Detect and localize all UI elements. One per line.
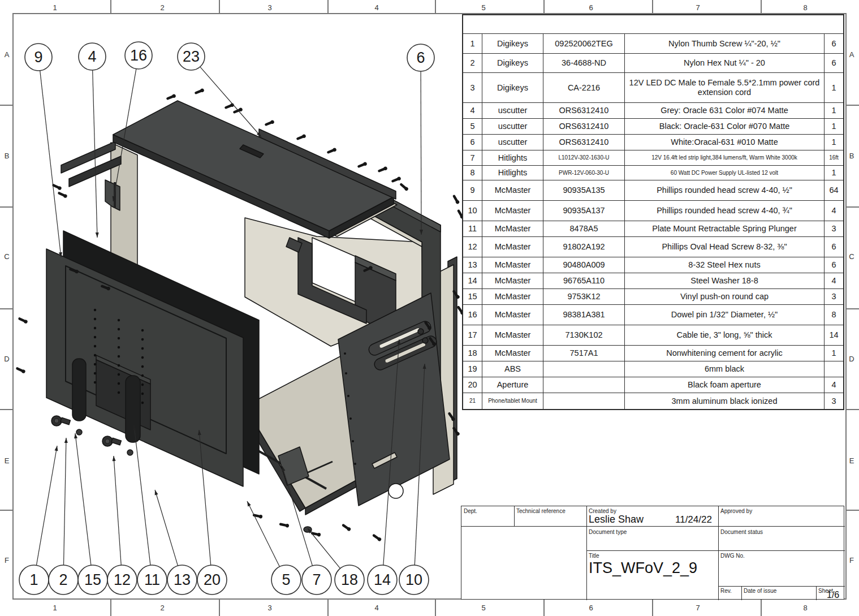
zone-col-label-bottom: 6 [589, 604, 593, 612]
dept-label: Dept. [464, 508, 477, 514]
zone-col-label-top: 6 [589, 3, 593, 12]
bom-row-item-13: 13McMaster90480A0098-32 Steel Hex nuts6 [463, 257, 843, 273]
bom-row-item-6: 6uscutterORS6312410White:Oracal-631 #010… [463, 135, 843, 150]
bom-cell-qty: 16ft [825, 150, 843, 165]
bom-cell-part: 9753K12 [543, 289, 625, 304]
bom-cell-vendor: McMaster [482, 273, 543, 288]
bom-cell-qty: 1 [825, 135, 843, 150]
zone-row-label-right: D [849, 355, 854, 363]
zone-tick [327, 600, 329, 616]
zone-tick [435, 600, 436, 616]
bom-cell-vendor: McMaster [482, 305, 543, 325]
zone-tick [0, 206, 12, 208]
bom-cell-desc: Plate Mount Retractable Spring Plunger [625, 221, 825, 236]
bom-cell-vendor: Hitlights [482, 166, 543, 180]
bom-cell-desc: 60 Watt DC Power Supply UL-listed 12 vol… [625, 166, 825, 180]
bom-cell-desc: 12V 16.4ft led strip light,384 lumens/ft… [625, 150, 825, 165]
zone-tick [110, 600, 111, 616]
bom-cell-desc: Black foam aperture [625, 377, 825, 393]
bom-cell-desc: Vinyl push-on round cap [625, 289, 825, 304]
bom-cell-item: 3 [463, 73, 482, 102]
zone-col-label-top: 7 [696, 3, 700, 12]
bom-cell-part: PWR-12V-060-30-U [543, 166, 625, 180]
zone-tick [847, 510, 859, 511]
bom-row-item-1: 1Digikeys092520062TEGNylon Thumb Screw ¼… [463, 34, 843, 54]
bom-cell-item: 8 [463, 166, 482, 180]
zone-tick [327, 0, 329, 13]
zone-row-label-right: C [849, 252, 854, 261]
bom-cell-part: 90935A135 [543, 180, 625, 200]
zone-col-label-top: 8 [803, 3, 807, 12]
zone-row-label-right: B [849, 152, 854, 160]
bom-row-item-9: 9McMaster90935A135Phillips rounded head … [463, 180, 843, 201]
bom-cell-desc: Phillips rounded head screw 4-40, ½" [625, 180, 825, 200]
bom-cell-item: 13 [463, 257, 482, 273]
bom-cell-qty: 6 [825, 34, 843, 53]
bom-cell-desc: Grey: Oracle 631 Color #074 Matte [625, 103, 825, 118]
bom-cell-part: 7517A1 [543, 346, 625, 361]
zone-tick [219, 600, 220, 616]
zone-tick [0, 409, 12, 410]
bom-row-item-20: 20ApertureBlack foam aperture4 [463, 377, 843, 393]
bom-cell-qty: 1 [825, 103, 843, 118]
rev-label: Rev. [720, 588, 732, 594]
bom-cell-qty: 3 [825, 393, 843, 409]
bom-cell-item: 7 [463, 150, 482, 165]
bom-cell-item: 18 [463, 346, 482, 361]
bom-cell-qty: 4 [825, 273, 843, 288]
bom-cell-qty: 14 [825, 325, 843, 345]
bom-cell-item: 1 [463, 34, 482, 53]
bom-row-item-10: 10McMaster90935A137Phillips rounded head… [463, 201, 843, 221]
zone-row-label-left: B [5, 152, 10, 160]
bom-cell-part: 98381A381 [543, 305, 625, 325]
bom-cell-vendor: McMaster [482, 289, 543, 304]
bom-cell-item: 19 [463, 361, 482, 377]
bom-cell-desc: Phillips Oval Head Screw 8-32, ⅜" [625, 237, 825, 257]
bom-cell-qty: 8 [825, 305, 843, 325]
zone-col-label-bottom: 8 [803, 604, 807, 612]
approved-by-label: Approved by [720, 508, 752, 514]
bom-cell-part: 7130K102 [543, 325, 625, 345]
bom-row-item-19: 19ABS6mm black [463, 361, 843, 377]
zone-row-label-right: F [849, 556, 854, 565]
bom-cell-item: 21 [463, 393, 482, 409]
zone-tick [0, 105, 12, 106]
bom-cell-part: 36-4688-ND [543, 54, 625, 72]
title-block: Dept. Technical reference Created by Les… [461, 506, 844, 600]
bom-cell-part [543, 361, 625, 377]
bom-cell-part: ORS6312410 [543, 119, 625, 134]
bom-cell-part: 90480A009 [543, 257, 625, 273]
bom-cell-part: 91802A192 [543, 237, 625, 257]
bom-cell-qty: 4 [825, 377, 843, 393]
zone-tick [761, 0, 762, 13]
bom-cell-vendor: McMaster [482, 221, 543, 236]
bom-cell-part: L1012V-302-1630-U [543, 150, 625, 165]
technical-reference-label: Technical reference [516, 508, 566, 514]
bom-cell-part: 96765A110 [543, 273, 625, 288]
zone-tick [847, 105, 859, 106]
bom-header-blank-row [463, 15, 843, 34]
bom-row-item-5: 5uscutterORS6312410Black: Oracle-631 Col… [463, 119, 843, 135]
bom-cell-desc: 3mm aluminum black ionized [625, 393, 825, 409]
zone-tick [652, 600, 653, 616]
bom-cell-vendor: McMaster [482, 325, 543, 345]
bom-cell-vendor: McMaster [482, 257, 543, 273]
bom-cell-desc: Black: Oracle-631 Color #070 Matte [625, 119, 825, 134]
zone-tick [847, 409, 859, 410]
bom-cell-qty: 3 [825, 289, 843, 304]
document-status-label: Document status [720, 529, 763, 535]
bom-cell-desc: Nonwhitening cement for acrylic [625, 346, 825, 361]
bom-cell-part: 90935A137 [543, 201, 625, 221]
bom-row-item-2: 2Digikeys36-4688-NDNylon Hex Nut ¼" - 20… [463, 54, 843, 73]
bom-cell-part [543, 393, 625, 409]
created-date-value: 11/24/22 [675, 514, 712, 525]
bom-cell-qty: 64 [825, 180, 843, 200]
bom-cell-vendor: McMaster [482, 346, 543, 361]
zone-tick [110, 0, 111, 13]
bom-row-item-17: 17McMaster7130K102Cable tie, 3" long, ⅝"… [463, 325, 843, 346]
bom-cell-item: 15 [463, 289, 482, 304]
bom-cell-qty: 6 [825, 54, 843, 72]
bom-cell-desc: 6mm black [625, 361, 825, 377]
bom-cell-part: ORS6312410 [543, 135, 625, 150]
zone-tick [652, 0, 653, 13]
